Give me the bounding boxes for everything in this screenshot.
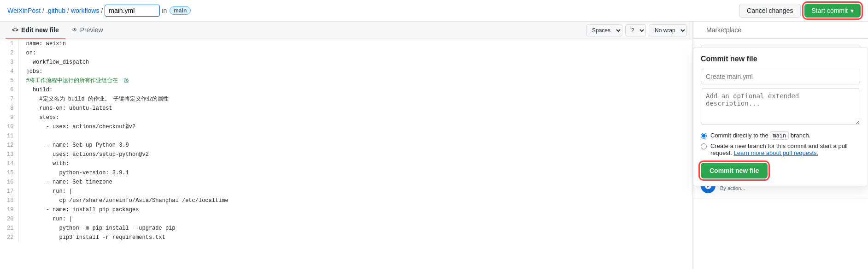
commit-option-new-branch[interactable]: Create a new branch for this commit and … [701, 142, 860, 156]
commit-branch-inline: main [770, 131, 789, 140]
commit-new-file-button[interactable]: Commit new file [701, 163, 768, 178]
table-row: 3 workflow_dispatch [0, 58, 692, 67]
table-row: 13 uses: actions/setup-python@v2 [0, 150, 692, 159]
commit-option-direct[interactable]: Commit directly to the main branch. [701, 132, 860, 139]
table-row: 10 - uses: actions/checkout@v2 [0, 122, 692, 131]
right-tabs: Marketplace [693, 22, 868, 39]
tab-preview[interactable]: 👁 Preview [65, 22, 110, 39]
table-row: 14 with: [0, 159, 692, 168]
code-table: 1name: weixin2on:3 workflow_dispatch4job… [0, 39, 692, 242]
tab-edit-new-file[interactable]: <> Edit new file [6, 22, 65, 39]
pull-request-link[interactable]: Learn more about pull requests. [734, 149, 819, 156]
sep3: / [101, 7, 103, 14]
table-row: 1name: weixin [0, 39, 692, 48]
editor-panel: <> Edit new file 👁 Preview Spaces 2 No w… [0, 22, 693, 269]
tab-marketplace[interactable]: Marketplace [701, 22, 747, 39]
table-row: 12 - name: Set up Python 3.9 [0, 141, 692, 150]
folder1-link[interactable]: .github [46, 7, 65, 14]
commit-message-input[interactable] [701, 69, 860, 84]
eye-icon: 👁 [72, 27, 77, 33]
table-row: 8 runs-on: ubuntu-latest [0, 104, 692, 113]
in-branch-label: in main [162, 6, 191, 15]
top-actions: Cancel changes Start commit ▾ [739, 4, 861, 18]
filename-input[interactable] [105, 5, 160, 17]
editor-tabs: <> Edit new file 👁 Preview Spaces 2 No w… [0, 22, 692, 39]
table-row: 19 - name: install pip packages [0, 205, 692, 214]
table-row: 21 python -m pip install --upgrade pip [0, 224, 692, 233]
commit-options: Commit directly to the main branch. Crea… [701, 132, 860, 156]
editor-toolbar: Spaces 2 No wrap [586, 24, 687, 36]
wrap-select[interactable]: No wrap [649, 24, 687, 36]
commit-description-textarea[interactable] [701, 88, 860, 125]
table-row: 20 run: | [0, 214, 692, 224]
table-row: 17 run: | [0, 187, 692, 196]
table-row: 4jobs: [0, 67, 692, 76]
commit-new-branch-radio[interactable] [701, 143, 707, 149]
commit-panel: Commit new file Commit directly to the m… [693, 47, 868, 186]
table-row: 22 pip3 install -r requirements.txt [0, 233, 692, 242]
table-row: 18 cp /usr/share/zoneinfo/Asia/Shanghai … [0, 196, 692, 205]
table-row: 5#将工作流程中运行的所有作业组合在一起 [0, 76, 692, 85]
commit-direct-radio[interactable] [701, 133, 707, 139]
top-bar: WeiXinPost / .github / workflows / in ma… [0, 0, 868, 22]
table-row: 2on: [0, 48, 692, 58]
code-area[interactable]: 1name: weixin2on:3 workflow_dispatch4job… [0, 39, 692, 269]
indent-select[interactable]: 2 [625, 24, 646, 36]
table-row: 16 - name: Set timezone [0, 178, 692, 187]
table-row: 6 build: [0, 85, 692, 95]
branch-badge: main [170, 6, 191, 15]
commit-panel-title: Commit new file [701, 55, 860, 63]
spaces-select[interactable]: Spaces [586, 24, 622, 36]
breadcrumb: WeiXinPost / .github / workflows / in ma… [7, 5, 735, 17]
table-row: 7 #定义名为 build 的作业。 子键将定义作业的属性 [0, 95, 692, 104]
editor-container: <> Edit new file 👁 Preview Spaces 2 No w… [0, 22, 868, 269]
sep1: / [42, 7, 44, 14]
folder2-link[interactable]: workflows [71, 7, 99, 14]
repo-owner-link[interactable]: WeiXinPost [7, 7, 41, 14]
start-commit-button[interactable]: Start commit ▾ [804, 4, 861, 18]
table-row: 11 [0, 131, 692, 141]
cancel-changes-button[interactable]: Cancel changes [739, 4, 801, 18]
sep2: / [67, 7, 69, 14]
code-icon: <> [12, 27, 18, 33]
table-row: 9 steps: [0, 113, 692, 122]
table-row: 15 python-version: 3.9.1 [0, 168, 692, 178]
